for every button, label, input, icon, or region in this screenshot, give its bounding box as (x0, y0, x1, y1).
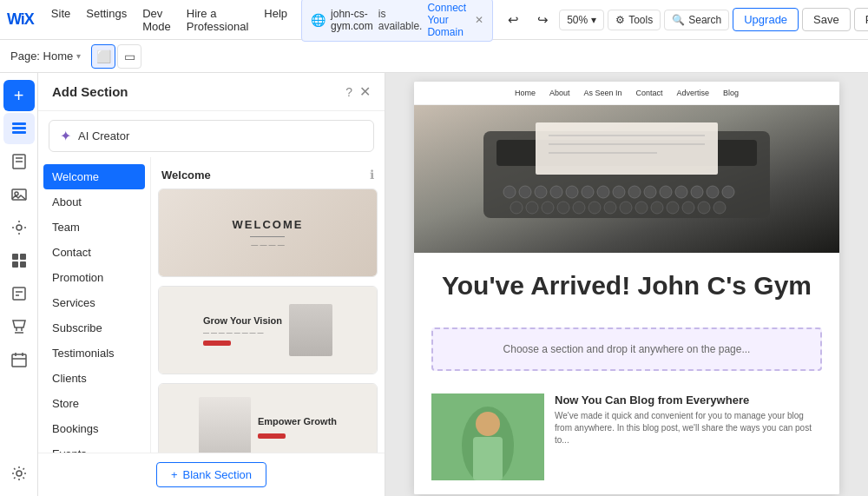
search-icon: 🔍 (672, 14, 685, 26)
tablet-button[interactable]: ▭ (117, 44, 141, 69)
site-nav-blog[interactable]: Blog (723, 89, 739, 97)
upgrade-button[interactable]: Upgrade (733, 8, 799, 31)
sidebar-bookings-icon[interactable] (3, 344, 35, 375)
help-icon[interactable]: ? (345, 85, 352, 99)
tools-icon: ⚙ (615, 14, 625, 26)
svg-point-45 (542, 202, 554, 214)
menu-site[interactable]: Site (44, 3, 77, 36)
save-button[interactable]: Save (802, 8, 851, 31)
svg-point-43 (510, 202, 523, 214)
svg-point-29 (519, 186, 531, 198)
page-title: You've Arrived! John C's Gym (440, 270, 813, 301)
nav-item-promotion[interactable]: Promotion (38, 265, 150, 290)
undo-button[interactable]: ↩ (500, 7, 526, 33)
desktop-icon: ⬜ (96, 50, 111, 63)
template-card-2[interactable]: Grow Your Vision — — — — — — — — (158, 286, 378, 374)
panel-header: Add Section ? ✕ (38, 73, 385, 111)
top-bar-right: ↩ ↪ 50% ▾ ⚙ Tools 🔍 Search Upgrade Save … (500, 7, 868, 33)
svg-rect-16 (12, 354, 26, 367)
tmpl3-btn (258, 433, 286, 439)
site-nav: Home About As Seen In Contact Advertise … (414, 82, 839, 105)
tmpl2-title: Grow Your Vision (203, 315, 282, 326)
svg-point-39 (675, 186, 687, 198)
page-canvas: Home About As Seen In Contact Advertise … (414, 82, 839, 494)
template-preview-1: WELCOME — — — — (159, 189, 377, 276)
svg-point-30 (535, 186, 547, 198)
page-name: Page: Home (10, 50, 73, 63)
page-label[interactable]: Page: Home ▾ (10, 50, 81, 63)
sidebar-design-icon[interactable] (3, 212, 35, 243)
domain-close-icon[interactable]: ✕ (475, 14, 483, 26)
close-icon[interactable]: ✕ (359, 83, 371, 100)
sidebar-blog-icon[interactable] (3, 278, 35, 309)
zoom-button[interactable]: 50% ▾ (559, 10, 604, 30)
blank-section-button[interactable]: + Blank Section (156, 462, 266, 487)
second-bar: Page: Home ▾ ⬜ ▭ (0, 40, 868, 73)
sidebar-wixstore-icon[interactable] (3, 311, 35, 342)
nav-item-events[interactable]: Events (38, 441, 150, 453)
main-area: + Add Section (0, 73, 868, 496)
domain-name: john-cs-gym.com (331, 8, 373, 32)
sidebar-add-icon[interactable]: + (3, 80, 35, 111)
menu-dev-mode[interactable]: Dev Mode (135, 3, 178, 36)
tmpl1-text: — — — — (233, 241, 304, 248)
svg-point-52 (651, 202, 663, 214)
drop-zone[interactable]: Choose a section and drop it anywhere on… (431, 327, 822, 371)
site-nav-advertise[interactable]: Advertise (677, 89, 710, 97)
templates-header: Welcome ℹ (158, 164, 378, 188)
menu-hire-professional[interactable]: Hire a Professional (180, 3, 256, 36)
panel-nav: Welcome About Team Contact Promotion Ser… (38, 157, 151, 453)
menu-settings[interactable]: Settings (79, 3, 134, 36)
template-card-1[interactable]: WELCOME — — — — (158, 188, 378, 277)
globe-icon: 🌐 (311, 13, 326, 27)
svg-point-33 (582, 186, 594, 198)
redo-button[interactable]: ↪ (529, 7, 556, 33)
nav-item-testimonials[interactable]: Testimonials (38, 341, 150, 366)
sidebar-pages-icon[interactable] (3, 146, 35, 177)
nav-item-bookings[interactable]: Bookings (38, 416, 150, 441)
sidebar-sections-icon[interactable] (3, 113, 35, 144)
tmpl1-title: WELCOME (233, 218, 304, 231)
site-nav-about[interactable]: About (549, 89, 570, 97)
ai-creator-button[interactable]: ✦ AI Creator (49, 120, 374, 152)
sidebar-apps-icon[interactable] (3, 245, 35, 276)
tmpl3-title: Empower Growth (258, 416, 337, 427)
templates-info-icon[interactable]: ℹ (370, 168, 374, 182)
site-nav-as-seen-in[interactable]: As Seen In (583, 89, 621, 97)
zoom-chevron-icon: ▾ (591, 14, 596, 26)
wix-logo: WiX (7, 10, 34, 29)
site-nav-home[interactable]: Home (515, 89, 536, 97)
sidebar-media-icon[interactable] (3, 179, 35, 210)
menu-help[interactable]: Help (257, 3, 294, 36)
nav-item-team[interactable]: Team (38, 215, 150, 240)
preview-button[interactable]: Preview (854, 8, 868, 31)
svg-rect-60 (473, 437, 503, 480)
top-menu: Site Settings Dev Mode Hire a Profession… (44, 3, 294, 36)
desktop-button[interactable]: ⬜ (91, 44, 115, 69)
template-card-3[interactable]: Empower Growth (158, 383, 378, 453)
hero-image (414, 105, 839, 253)
search-button[interactable]: 🔍 Search (664, 10, 729, 30)
nav-item-contact[interactable]: Contact (38, 240, 150, 265)
domain-bar: 🌐 john-cs-gym.com is available. Connect … (301, 0, 493, 42)
nav-item-about[interactable]: About (38, 189, 150, 215)
tmpl1-content: WELCOME — — — — (233, 218, 304, 248)
tools-button[interactable]: ⚙ Tools (608, 10, 661, 30)
site-nav-contact[interactable]: Contact (636, 89, 663, 97)
templates-title: Welcome (161, 169, 211, 182)
svg-point-35 (613, 186, 625, 198)
tmpl2-btn (203, 341, 231, 346)
nav-item-store[interactable]: Store (38, 391, 150, 416)
nav-item-welcome[interactable]: Welcome (43, 164, 145, 189)
svg-point-48 (589, 202, 601, 214)
svg-point-40 (691, 186, 703, 198)
svg-point-49 (604, 202, 616, 214)
nav-item-clients[interactable]: Clients (38, 366, 150, 391)
nav-item-subscribe[interactable]: Subscribe (38, 315, 150, 341)
nav-item-services[interactable]: Services (38, 290, 150, 315)
blog-text: We've made it quick and convenient for y… (555, 410, 822, 446)
tmpl1-line (250, 236, 285, 237)
connect-domain-link[interactable]: Connect Your Domain (427, 2, 466, 38)
sidebar-settings-icon[interactable] (3, 458, 35, 489)
canvas-area: Home About As Seen In Contact Advertise … (385, 73, 868, 496)
